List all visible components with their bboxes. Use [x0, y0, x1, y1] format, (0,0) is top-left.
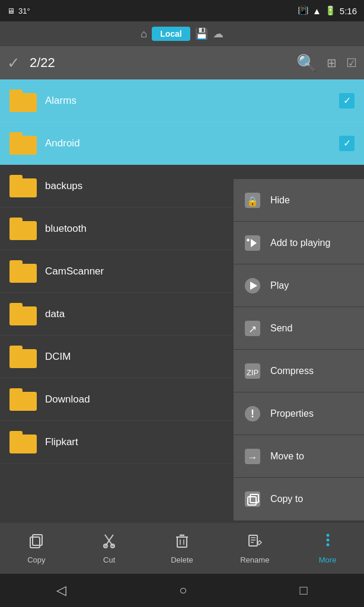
- home-icon[interactable]: ⌂: [141, 28, 147, 40]
- multi-select-icon[interactable]: ☑: [346, 56, 357, 70]
- screen-icon: 🖥: [7, 7, 15, 15]
- toolbar: ✓ 2/22 🔍 ⊞ ☑: [0, 46, 364, 79]
- temp-label: 31°: [18, 7, 30, 15]
- bottom-copy[interactable]: Copy: [0, 532, 73, 564]
- svg-rect-31: [249, 535, 257, 546]
- battery-icon: 🔋: [325, 5, 336, 16]
- context-menu: 🔒 Hide Add to playing Play: [234, 179, 364, 520]
- svg-point-35: [326, 534, 329, 537]
- home-button[interactable]: ○: [179, 583, 187, 598]
- status-right: 📳 ▲ 🔋 5:16: [298, 5, 357, 16]
- delete-icon: [174, 532, 190, 553]
- bottom-more[interactable]: More: [291, 532, 364, 564]
- select-all-check[interactable]: ✓: [7, 54, 20, 72]
- folder-icon: [9, 175, 37, 197]
- ctx-play-label: Play: [270, 280, 289, 291]
- svg-text:!: !: [251, 408, 254, 420]
- checkbox-android[interactable]: ✓: [339, 136, 355, 151]
- tree-view-icon[interactable]: ⊞: [327, 56, 337, 70]
- ctx-hide[interactable]: 🔒 Hide: [234, 179, 364, 222]
- ctx-add-playing-label: Add to playing: [270, 238, 330, 248]
- vibrate-icon: 📳: [298, 5, 309, 16]
- ctx-copy-to-label: Copy to: [270, 494, 303, 504]
- ctx-compress-label: Compress: [270, 366, 314, 376]
- rename-label: Rename: [240, 555, 269, 564]
- ctx-play[interactable]: Play: [234, 264, 364, 307]
- svg-text:→: →: [248, 452, 258, 463]
- copy-to-icon: →: [243, 490, 262, 509]
- recent-button[interactable]: □: [300, 583, 308, 598]
- status-left: 🖥 31°: [7, 7, 30, 15]
- nav-bar: ⌂ Local 💾 ☁: [0, 21, 364, 46]
- move-icon: →: [243, 447, 262, 466]
- folder-icon: [9, 303, 37, 325]
- ctx-send-label: Send: [270, 323, 292, 334]
- file-name: Alarms: [45, 95, 331, 107]
- checkbox-alarms[interactable]: ✓: [339, 93, 355, 108]
- svg-text:↗: ↗: [248, 324, 257, 335]
- folder-icon: [9, 132, 37, 155]
- folder-icon: [9, 260, 37, 283]
- ctx-copy-to[interactable]: → Copy to: [234, 478, 364, 520]
- ctx-add-to-playing[interactable]: Add to playing: [234, 222, 364, 264]
- copy-icon: [28, 532, 44, 553]
- ctx-compress[interactable]: ZIP Compress: [234, 350, 364, 392]
- svg-text:→: →: [255, 497, 261, 504]
- more-icon: [320, 532, 336, 553]
- ctx-hide-label: Hide: [270, 195, 290, 206]
- ctx-move-to-label: Move to: [270, 451, 304, 462]
- folder-icon: [9, 218, 37, 240]
- bottom-delete[interactable]: Delete: [146, 532, 219, 564]
- play-icon: [243, 276, 262, 295]
- svg-rect-26: [177, 537, 187, 547]
- bottom-cut[interactable]: Cut: [73, 532, 146, 564]
- hide-icon: 🔒: [243, 191, 262, 210]
- cloud-icon[interactable]: ☁: [213, 27, 223, 40]
- file-item-android[interactable]: Android ✓: [0, 122, 364, 165]
- back-button[interactable]: ◁: [56, 583, 66, 598]
- info-icon: !: [243, 404, 262, 423]
- svg-point-36: [326, 539, 329, 542]
- rename-icon: [247, 532, 263, 553]
- send-icon: ↗: [243, 319, 262, 338]
- status-bar: 🖥 31° 📳 ▲ 🔋 5:16: [0, 0, 364, 21]
- signal-icon: ▲: [312, 6, 321, 16]
- ctx-send[interactable]: ↗ Send: [234, 307, 364, 350]
- ctx-properties[interactable]: ! Properties: [234, 392, 364, 435]
- cut-label: Cut: [103, 555, 115, 564]
- file-name: Android: [45, 138, 331, 149]
- bottom-bar: Copy Cut Delete: [0, 523, 364, 574]
- cut-icon: [101, 532, 117, 553]
- more-label: More: [319, 555, 337, 564]
- ctx-properties-label: Properties: [270, 408, 314, 419]
- search-icon[interactable]: 🔍: [296, 53, 317, 73]
- svg-point-37: [326, 544, 329, 547]
- folder-icon: [9, 90, 37, 112]
- add-play-icon: [243, 234, 262, 253]
- compress-icon: ZIP: [243, 362, 262, 381]
- folder-icon: [9, 346, 37, 368]
- bottom-rename[interactable]: Rename: [218, 532, 291, 564]
- svg-text:ZIP: ZIP: [247, 368, 258, 377]
- system-nav-bar: ◁ ○ □: [0, 574, 364, 607]
- selection-count: 2/22: [30, 55, 287, 71]
- delete-label: Delete: [171, 555, 193, 564]
- folder-icon: [9, 431, 37, 453]
- storage-icon[interactable]: 💾: [195, 27, 208, 40]
- svg-rect-21: [33, 535, 42, 545]
- local-button[interactable]: Local: [152, 27, 190, 41]
- copy-label: Copy: [27, 555, 45, 564]
- ctx-move-to[interactable]: → Move to: [234, 435, 364, 478]
- folder-icon: [9, 388, 37, 411]
- file-item-alarms[interactable]: Alarms ✓: [0, 79, 364, 122]
- svg-text:🔒: 🔒: [247, 196, 258, 207]
- svg-rect-20: [30, 537, 40, 548]
- time-label: 5:16: [340, 6, 357, 16]
